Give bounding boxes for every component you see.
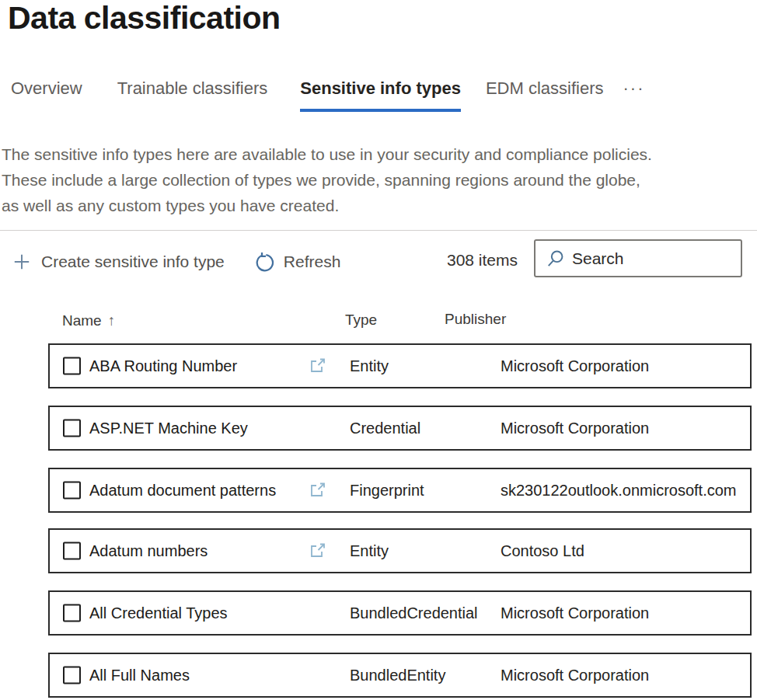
row-publisher: Microsoft Corporation <box>501 357 649 375</box>
create-button-label: Create sensitive info type <box>41 252 225 271</box>
create-sensitive-info-type-button[interactable]: Create sensitive info type <box>11 251 225 273</box>
column-header-name[interactable]: Name↑ <box>62 312 115 329</box>
open-in-new-window-icon[interactable] <box>309 542 327 560</box>
open-in-new-window-icon[interactable] <box>309 481 327 500</box>
table-row[interactable]: ASP.NET Machine Key Credential Microsoft… <box>48 406 752 451</box>
row-type: BundledEntity <box>350 667 445 684</box>
refresh-icon <box>253 251 275 273</box>
table-row[interactable]: All Full Names BundledEntity Microsoft C… <box>48 653 752 698</box>
row-publisher: sk230122outlook.onmicrosoft.com <box>501 482 737 500</box>
search-box[interactable] <box>534 239 742 277</box>
refresh-button[interactable]: Refresh <box>253 251 341 273</box>
search-input[interactable] <box>570 249 736 269</box>
row-name[interactable]: All Credential Types <box>89 604 228 622</box>
row-type: Credential <box>350 420 420 437</box>
data-classification-page: Data classification Overview Trainable c… <box>0 0 757 700</box>
column-header-publisher[interactable]: Publisher <box>445 311 506 328</box>
sort-ascending-icon: ↑ <box>108 312 116 329</box>
row-publisher: Microsoft Corporation <box>501 420 649 437</box>
row-publisher: Contoso Ltd <box>501 542 584 560</box>
row-checkbox[interactable] <box>63 542 81 560</box>
items-count: 308 items <box>447 251 518 270</box>
table-row[interactable]: Adatum document patterns Fingerprint sk2… <box>48 468 752 513</box>
tab-overview[interactable]: Overview <box>11 78 82 109</box>
row-checkbox[interactable] <box>63 420 81 437</box>
description-line: as well as any custom types you have cre… <box>2 193 752 218</box>
tab-bar: Overview Trainable classifiers Sensitive… <box>11 78 644 112</box>
row-type: BundledCredential <box>350 604 478 622</box>
description-line: These include a large collection of type… <box>2 167 752 193</box>
row-checkbox[interactable] <box>63 667 81 684</box>
row-type: Fingerprint <box>350 482 424 500</box>
description-line: The sensitive info types here are availa… <box>2 141 752 167</box>
row-type: Entity <box>350 542 389 560</box>
tab-sensitive-info-types[interactable]: Sensitive info types <box>300 78 461 112</box>
open-in-new-window-icon[interactable] <box>309 357 327 375</box>
row-name[interactable]: ABA Routing Number <box>89 357 237 375</box>
page-title: Data classification <box>8 0 281 37</box>
table-row[interactable]: Adatum numbers Entity Contoso Ltd <box>48 528 752 573</box>
plus-icon <box>11 251 33 273</box>
row-checkbox[interactable] <box>63 604 81 622</box>
row-name[interactable]: All Full Names <box>89 667 190 684</box>
page-description: The sensitive info types here are availa… <box>2 141 752 218</box>
column-header-name-label: Name <box>62 312 102 329</box>
column-header-type[interactable]: Type <box>345 312 377 329</box>
row-publisher: Microsoft Corporation <box>501 604 649 622</box>
search-icon <box>546 249 566 269</box>
table-row[interactable]: ABA Routing Number Entity Microsoft Corp… <box>48 343 752 388</box>
row-checkbox[interactable] <box>63 357 81 375</box>
table-row[interactable]: All Credential Types BundledCredential M… <box>48 590 752 636</box>
toolbar-divider <box>0 230 757 231</box>
tab-edm-classifiers[interactable]: EDM classifiers <box>486 78 604 109</box>
tab-overflow-icon[interactable]: ··· <box>623 78 644 99</box>
row-name[interactable]: Adatum numbers <box>89 542 208 560</box>
tab-trainable-classifiers[interactable]: Trainable classifiers <box>117 78 268 109</box>
command-bar: Create sensitive info type Refresh <box>11 242 340 281</box>
row-publisher: Microsoft Corporation <box>501 667 649 684</box>
row-type: Entity <box>350 357 389 375</box>
refresh-button-label: Refresh <box>284 252 341 271</box>
row-name[interactable]: Adatum document patterns <box>89 482 276 500</box>
row-checkbox[interactable] <box>63 482 81 500</box>
row-name[interactable]: ASP.NET Machine Key <box>89 420 248 437</box>
